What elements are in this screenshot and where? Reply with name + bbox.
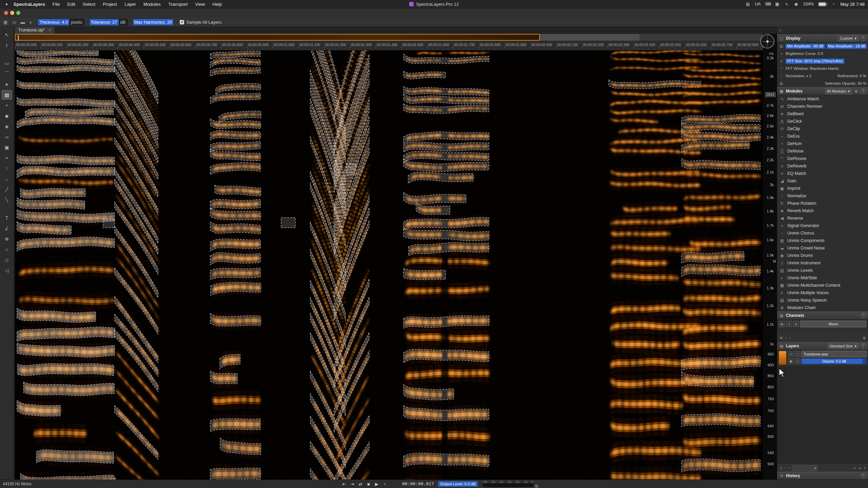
- module-declick[interactable]: ⋀DeClick: [777, 118, 868, 125]
- display-section-header[interactable]: ▢ Display Custom ▾ ?: [777, 34, 868, 42]
- tab-close-icon[interactable]: ×: [49, 28, 51, 33]
- measure-tool[interactable]: ∠: [2, 224, 12, 233]
- lasso-selection-tool[interactable]: ⌒: [2, 69, 12, 78]
- module-reverse[interactable]: ◀Reverse: [777, 215, 868, 222]
- module-modules-chain[interactable]: ≣Modules Chain: [777, 304, 868, 311]
- menu-transport[interactable]: Transport: [164, 2, 191, 7]
- module-signal-generator[interactable]: ∿Signal Generator: [777, 222, 868, 229]
- hand-tool[interactable]: ⊕: [2, 235, 12, 243]
- menu-spectralayers[interactable]: SpectraLayers: [10, 2, 49, 7]
- fft-size-field[interactable]: FFT Size: 3072 smp (70ms/14Hz): [786, 59, 844, 64]
- spectrogram-canvas[interactable]: [15, 50, 763, 480]
- menu-file[interactable]: File: [49, 2, 64, 7]
- module-dereverb[interactable]: ◇DeReverb: [777, 162, 868, 170]
- play-button[interactable]: ▶: [374, 482, 379, 487]
- add-layer-button[interactable]: +: [854, 466, 856, 470]
- module-unmix-drums[interactable]: ◉Unmix Drums: [777, 252, 868, 259]
- rectangular-selection-tool[interactable]: ▭: [2, 59, 12, 68]
- document-tab[interactable]: Trombone.slp* ×: [15, 26, 55, 34]
- menu-select[interactable]: Select: [79, 2, 99, 7]
- display-help-button[interactable]: ?: [861, 36, 866, 41]
- sample-all-layers-checkbox[interactable]: ✓ Sample All Layers: [180, 20, 221, 25]
- attenuate-tool[interactable]: ↓: [2, 175, 12, 183]
- channels-help-button[interactable]: ?: [861, 313, 866, 318]
- modules-section-header[interactable]: ▦ Modules All Modules ▾ ≣ ?: [777, 87, 868, 95]
- resolution-field[interactable]: Resolution: x 2: [786, 74, 811, 78]
- group-layer-button[interactable]: ▱: [858, 466, 861, 470]
- three-d-view-tool[interactable]: ◇: [2, 256, 12, 264]
- zoom-tool[interactable]: ○: [2, 245, 12, 254]
- module-unmix-mid-side[interactable]: ◐Unmix Mid/Side: [777, 274, 868, 282]
- brightness-curve-field[interactable]: Brightness Curve: 0.0: [786, 52, 823, 56]
- window-minimize-button[interactable]: [10, 11, 14, 15]
- window-close-button[interactable]: [4, 11, 8, 15]
- time-ruler[interactable]: 00:00:00.00000:00:00.10000:00:00.20000:0…: [15, 41, 763, 50]
- menu-project[interactable]: Project: [99, 2, 121, 7]
- display-preset-dropdown[interactable]: Custom ▾: [838, 35, 859, 41]
- loop-button[interactable]: ⇄: [358, 482, 363, 487]
- layers-size-dropdown[interactable]: Standard Size ▾: [827, 343, 859, 349]
- layer-visibility-button[interactable]: ◉: [788, 358, 794, 364]
- playback-tool[interactable]: I: [2, 41, 12, 50]
- stop-button[interactable]: ■: [366, 482, 371, 487]
- module-unmix-multiple-voices[interactable]: ♬Unmix Multiple Voices: [777, 289, 868, 297]
- go-to-start-button[interactable]: ⇤: [342, 482, 347, 487]
- tolerance-field[interactable]: Tolerance: 27 dB: [89, 19, 128, 26]
- module-unmix-noisy-speech[interactable]: ▨Unmix Noisy Speech: [777, 297, 868, 304]
- harmonics-selection-tool[interactable]: ▤: [2, 90, 12, 99]
- channels-section-header[interactable]: ▥ Channels ?: [777, 311, 868, 320]
- modules-list-view-icon[interactable]: ≣: [854, 89, 859, 94]
- layer-flat1-icon[interactable]: ▫: [785, 466, 786, 470]
- modules-filter-dropdown[interactable]: All Modules ▾: [825, 88, 852, 94]
- grid-icon[interactable]: ▦: [774, 2, 780, 6]
- tool-options-grid-icon[interactable]: ▦: [3, 20, 7, 25]
- channel-box1-icon[interactable]: ▫: [786, 336, 787, 340]
- max-harmonics-field[interactable]: Max Harmonics: 20: [133, 19, 174, 26]
- module-debleed[interactable]: ≋DeBleed: [777, 110, 868, 118]
- playhead-time-display[interactable]: 00:00:00.017: [402, 480, 434, 488]
- module-unmix-multichannel-content[interactable]: ▦Unmix Multichannel Content: [777, 282, 868, 289]
- selection-opacity-field[interactable]: Selection Opacity: 30 %: [825, 81, 866, 85]
- module-gain[interactable]: ◢Gain: [777, 177, 868, 185]
- brush-tip-flat-icon[interactable]: ▭: [12, 20, 16, 25]
- modules-help-button[interactable]: ?: [861, 88, 866, 94]
- channel-box-button[interactable]: ▪: [786, 321, 792, 327]
- amplify-tool[interactable]: ↑: [2, 164, 12, 173]
- go-to-end-button[interactable]: ⇥: [350, 482, 355, 487]
- max-amplitude-field[interactable]: Max Amplitude: -18 dB: [827, 44, 867, 49]
- timeline-overview[interactable]: [15, 34, 763, 41]
- channel-mixer-icon[interactable]: ≣: [863, 336, 866, 340]
- panel-expand-icon[interactable]: »: [779, 28, 781, 32]
- module-imprint[interactable]: ▣Imprint: [777, 185, 868, 192]
- module-normalize[interactable]: ↕Normalize: [777, 192, 868, 200]
- layer-color-swatch[interactable]: [778, 351, 787, 365]
- layers-empty-area[interactable]: [777, 366, 868, 464]
- module-ambience-match[interactable]: ∿Ambience Match: [777, 95, 868, 103]
- knife-tool[interactable]: ╱: [2, 185, 12, 194]
- module-unmix-levels[interactable]: ▥Unmix Levels: [777, 267, 868, 274]
- module-unmix-crowd-noise[interactable]: ☁Unmix Crowd Noise: [777, 244, 868, 252]
- channel-mono-button[interactable]: Mono: [800, 321, 866, 327]
- eraser-tool[interactable]: ▱: [2, 133, 12, 141]
- menu-layer[interactable]: Layer: [121, 2, 140, 7]
- brush-selection-tool[interactable]: ◆: [2, 111, 12, 120]
- clone-stamp-tool[interactable]: ▣: [2, 143, 12, 152]
- layer-name[interactable]: Trombone.wav: [802, 351, 867, 357]
- text-tool[interactable]: T: [2, 214, 12, 222]
- window-titlebar[interactable]: [0, 8, 868, 18]
- channel-solo-button[interactable]: S: [793, 321, 799, 327]
- layer-active-button[interactable]: ▪: [788, 351, 794, 357]
- record-button[interactable]: ●: [382, 482, 387, 486]
- module-deplosive[interactable]: ◠DePlosive: [777, 155, 868, 162]
- module-denoise[interactable]: ▒DeNoise: [777, 147, 868, 155]
- module-eq-match[interactable]: ≡EQ Match: [777, 170, 868, 177]
- layers-section-header[interactable]: ▤ Layers Standard Size ▾ ?: [777, 342, 868, 350]
- menu-modules[interactable]: Modules: [140, 2, 164, 7]
- navigation-dial[interactable]: [760, 34, 774, 48]
- channel-chevron-icon[interactable]: ≫: [779, 336, 783, 340]
- history-section-header[interactable]: ↺ History ?: [777, 472, 868, 480]
- control-center-icon[interactable]: ◔: [831, 2, 836, 6]
- module-declip[interactable]: ⊓DeClip: [777, 125, 868, 133]
- output-level-field[interactable]: Output Level: 0.0 dB: [438, 481, 478, 487]
- magic-wand-tool[interactable]: ∗: [2, 80, 12, 89]
